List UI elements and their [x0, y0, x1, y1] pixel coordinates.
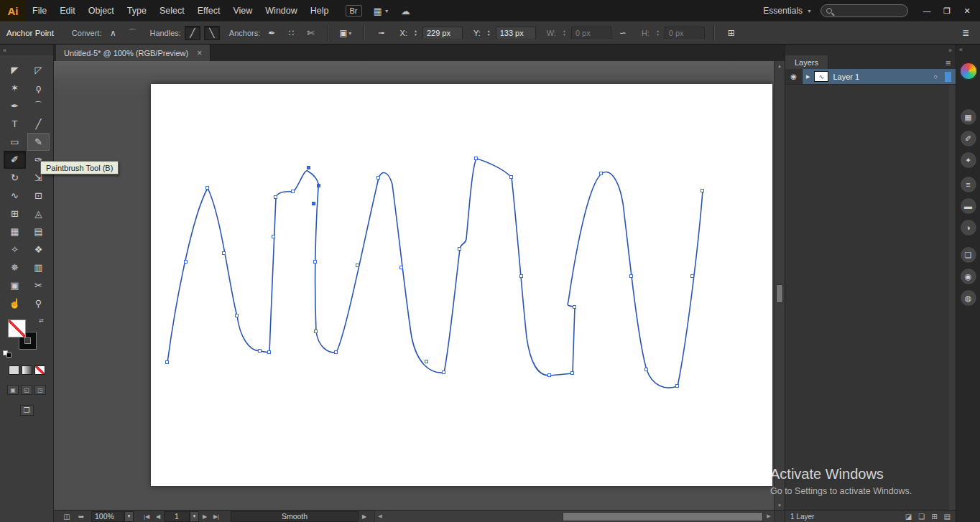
collapse-panels-icon[interactable]: »: [948, 47, 952, 54]
magic-wand-tool[interactable]: ✶: [4, 79, 26, 97]
anchor-point[interactable]: [701, 189, 704, 192]
status-display[interactable]: Smooth: [231, 511, 359, 522]
layer-row[interactable]: ◉ ▶ ∿ Layer 1 ○: [785, 69, 956, 85]
zoom-dropdown-icon[interactable]: ▼: [124, 511, 134, 522]
anchor-point[interactable]: [675, 384, 679, 388]
anchor-point[interactable]: [690, 274, 694, 278]
layer-name[interactable]: Layer 1: [833, 73, 859, 81]
direct-selection-tool[interactable]: ◸: [27, 61, 50, 79]
anchor-point[interactable]: [222, 251, 226, 255]
isolate-selection-button[interactable]: ▣ ▼: [337, 26, 354, 40]
symbols-panel-icon[interactable]: ✦: [960, 152, 977, 169]
anchor-point[interactable]: [205, 186, 209, 190]
column-graph-tool[interactable]: ▥: [27, 258, 50, 276]
screen-mode-button[interactable]: ❐: [20, 405, 34, 416]
fill-swatch[interactable]: [8, 320, 26, 337]
delete-layer-icon[interactable]: ▤: [944, 513, 951, 521]
minimize-button[interactable]: —: [917, 3, 937, 19]
anchor-point[interactable]: [399, 266, 403, 269]
color-button[interactable]: [9, 365, 19, 375]
anchor-point[interactable]: [356, 264, 359, 267]
y-stepper[interactable]: ▲▼: [487, 29, 491, 37]
anchor-point[interactable]: [509, 175, 513, 179]
next-artboard-button[interactable]: ▶: [199, 513, 211, 520]
menu-view[interactable]: View: [226, 0, 259, 22]
anchor-point[interactable]: [313, 260, 317, 264]
expand-dock-icon[interactable]: «: [956, 45, 963, 55]
vertical-scrollbar[interactable]: ▲ ▼: [774, 61, 785, 510]
color-panel-icon[interactable]: [960, 62, 977, 80]
scroll-down-icon[interactable]: ▼: [775, 500, 785, 510]
anchor-point[interactable]: [474, 157, 478, 160]
gradient-panel-icon[interactable]: ◑: [960, 219, 977, 236]
blend-tool[interactable]: ❖: [27, 241, 50, 258]
status-expand-icon[interactable]: ▶: [359, 513, 370, 520]
close-button[interactable]: ✕: [957, 3, 977, 19]
anchor-point[interactable]: [599, 172, 603, 175]
hand-tool[interactable]: ☝: [4, 294, 26, 312]
expand-arrow-icon[interactable]: ▶: [806, 74, 810, 80]
y-field[interactable]: 133 px: [496, 27, 536, 39]
anchor-point[interactable]: [235, 314, 239, 317]
zoom-level[interactable]: 100%: [91, 511, 124, 522]
bridge-button[interactable]: Br: [346, 5, 362, 17]
restore-button[interactable]: ❐: [937, 3, 957, 19]
pencil-tool[interactable]: ✎: [27, 133, 50, 151]
status-icon-export[interactable]: ➥: [74, 513, 88, 521]
canvas-area[interactable]: ▲ ▼: [54, 61, 785, 510]
hscroll-track[interactable]: [385, 511, 764, 522]
draw-normal-button[interactable]: ▣: [7, 385, 19, 395]
tab-close-icon[interactable]: ×: [197, 48, 202, 58]
swap-fill-stroke-icon[interactable]: ⇄: [39, 317, 44, 324]
paragraph-panel-icon[interactable]: ≡: [960, 176, 977, 193]
menu-object[interactable]: Object: [82, 0, 121, 22]
vscroll-thumb[interactable]: [776, 284, 783, 303]
workspace-switcher[interactable]: Essentials ▼: [763, 6, 812, 16]
connect-anchors-button[interactable]: ∷: [283, 26, 299, 40]
appearance-panel-icon[interactable]: ◉: [960, 268, 977, 285]
vscroll-track[interactable]: [775, 70, 785, 500]
menu-file[interactable]: File: [26, 0, 53, 22]
anchor-point[interactable]: [165, 360, 169, 364]
graphic-styles-panel-icon[interactable]: ◍: [960, 289, 977, 307]
anchor-point[interactable]: [267, 350, 271, 354]
menu-edit[interactable]: Edit: [53, 0, 82, 22]
anchor-point[interactable]: [376, 176, 380, 180]
transparency-panel-icon[interactable]: ❏: [960, 246, 977, 264]
cut-path-button[interactable]: ✄: [302, 26, 318, 40]
arrange-documents-icon[interactable]: ▦ ▼: [374, 6, 389, 17]
anchor-point[interactable]: [573, 305, 576, 309]
sync-settings-icon[interactable]: ☁: [401, 6, 410, 17]
paintbrush-tool[interactable]: ✐: [4, 151, 26, 169]
anchor-point[interactable]: [272, 235, 275, 238]
slice-tool[interactable]: ✂: [27, 276, 50, 294]
anchor-point[interactable]: [314, 330, 318, 333]
anchor-point[interactable]: [258, 349, 262, 353]
menu-help[interactable]: Help: [304, 0, 336, 22]
lasso-tool[interactable]: ϙ: [27, 79, 50, 97]
x-stepper[interactable]: ▲▼: [414, 29, 417, 37]
menu-window[interactable]: Window: [259, 0, 303, 22]
artboard-number[interactable]: 1: [164, 511, 190, 522]
rectangle-tool[interactable]: ▭: [4, 133, 26, 151]
horizontal-scrollbar[interactable]: ◀ ▶: [374, 511, 774, 522]
target-circle-icon[interactable]: ○: [934, 73, 938, 80]
perspective-grid-tool[interactable]: ◬: [27, 205, 50, 223]
control-panel-menu-icon[interactable]: ≣: [958, 26, 974, 40]
convert-to-smooth-button[interactable]: ⌒: [124, 26, 140, 40]
last-artboard-button[interactable]: ▶|: [211, 513, 222, 520]
artboard-dropdown-icon[interactable]: ▼: [190, 511, 199, 522]
anchor-point[interactable]: [334, 350, 338, 354]
stroke-options-button[interactable]: ╼: [374, 26, 389, 40]
transform-panel-button[interactable]: ⊞: [724, 26, 739, 40]
scroll-right-icon[interactable]: ▶: [764, 513, 774, 519]
layer-thumbnail[interactable]: ∿: [814, 71, 828, 82]
artboard-tool[interactable]: ▣: [4, 276, 26, 294]
x-field[interactable]: 229 px: [422, 27, 463, 39]
mesh-tool[interactable]: ▦: [4, 223, 26, 241]
anchor-point[interactable]: [519, 274, 523, 278]
new-sublayer-icon[interactable]: ❏: [918, 513, 925, 521]
anchor-point[interactable]: [184, 260, 188, 264]
shape-builder-tool[interactable]: ⊞: [4, 205, 26, 223]
hscroll-thumb[interactable]: [563, 512, 763, 521]
